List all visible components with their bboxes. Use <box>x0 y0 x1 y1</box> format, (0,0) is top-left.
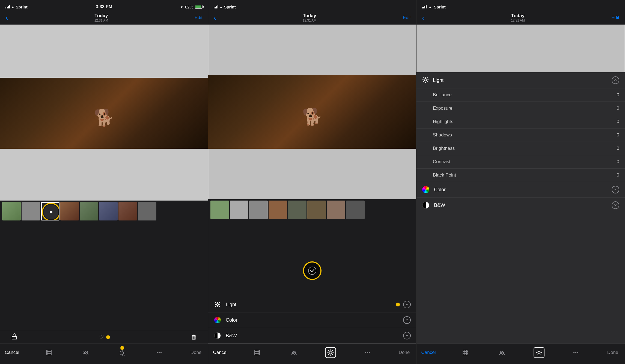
bottom-placeholder-1 <box>0 149 208 201</box>
adj-color-row-3[interactable]: Color <box>416 182 625 198</box>
svg-point-75 <box>577 352 578 353</box>
more-button-1[interactable] <box>153 347 166 359</box>
brilliance-value-3: 0 <box>617 92 619 98</box>
nav-title-main-3: Today <box>511 13 525 19</box>
light-chevron-2[interactable] <box>403 301 411 308</box>
svg-point-35 <box>294 351 296 353</box>
blackpoint-row-3[interactable]: Black Point 0 <box>416 169 625 182</box>
yellow-dot-adj-2 <box>396 303 400 306</box>
yellow-dot-1 <box>106 335 110 339</box>
svg-point-63 <box>502 351 504 353</box>
color-chevron-2[interactable] <box>403 316 411 324</box>
adj-color-row-2[interactable]: Color <box>208 312 416 328</box>
highlights-row-3[interactable]: Highlights 0 <box>416 115 625 129</box>
adjustments-button-1[interactable] <box>116 347 129 359</box>
sun-active-box-3 <box>534 347 544 358</box>
svg-line-55 <box>427 77 428 78</box>
done-button-3[interactable]: Done <box>606 347 619 359</box>
adjustments-active-button-3[interactable] <box>532 347 546 359</box>
trash-button-1[interactable]: 🗑 <box>191 334 197 341</box>
edit-button-3[interactable]: Edit <box>611 15 619 20</box>
exposure-row-3[interactable]: Exposure 0 <box>416 102 625 115</box>
adj-light-row-2[interactable]: Light <box>208 297 416 312</box>
brightness-value-3: 0 <box>617 146 619 151</box>
cancel-button-3[interactable]: Cancel <box>422 347 435 359</box>
thumb-5[interactable] <box>80 202 98 220</box>
thumb-8[interactable] <box>138 202 156 220</box>
carrier-2: Sprint <box>224 5 236 9</box>
svg-line-28 <box>215 306 216 307</box>
top-placeholder-1 <box>0 25 208 78</box>
light-up-chevron-3[interactable] <box>612 76 619 84</box>
nav-title-sub-3: 12:31 AM <box>511 19 525 22</box>
crop-button-1[interactable] <box>42 347 55 359</box>
color-icon-3 <box>422 186 430 193</box>
thumb-2[interactable] <box>22 202 40 220</box>
brightness-row-3[interactable]: Brightness 0 <box>416 142 625 155</box>
share-button-1[interactable] <box>11 333 17 341</box>
status-left-3: ▲ Sprint <box>422 5 446 9</box>
light-header-3[interactable]: Light <box>416 72 625 88</box>
adj-bw-row-3[interactable]: B&W <box>416 198 625 213</box>
svg-line-71 <box>540 350 541 351</box>
thumb-2-5[interactable] <box>288 201 306 219</box>
cancel-label-3: Cancel <box>421 350 436 355</box>
thumb-6[interactable] <box>99 202 118 220</box>
edit-button-2[interactable]: Edit <box>403 15 411 20</box>
svg-line-26 <box>219 306 220 307</box>
svg-point-74 <box>575 352 576 353</box>
done-label-3: Done <box>607 350 618 355</box>
brilliance-row-3[interactable]: Brilliance 0 <box>416 88 625 102</box>
thumb-2-2[interactable] <box>230 201 248 219</box>
more-button-2[interactable] <box>361 347 374 359</box>
bw-chevron-2[interactable] <box>403 332 411 339</box>
wifi-icon-1: ▲ <box>11 5 15 9</box>
thumb-2-7[interactable] <box>327 201 345 219</box>
crop-button-2[interactable] <box>251 347 264 359</box>
done-button-2[interactable]: Done <box>398 347 411 359</box>
thumb-4[interactable] <box>60 202 79 220</box>
back-button-2[interactable]: ‹ <box>214 13 216 22</box>
thumb-3-selected[interactable] <box>41 202 59 220</box>
svg-line-27 <box>219 302 220 303</box>
more-button-3[interactable] <box>569 347 582 359</box>
thumb-2-8[interactable] <box>346 201 365 219</box>
done-button-1[interactable]: Done <box>189 347 203 359</box>
contrast-row-3[interactable]: Contrast 0 <box>416 155 625 169</box>
sun-icon-2 <box>214 301 221 308</box>
shadows-row-3[interactable]: Shadows 0 <box>416 129 625 142</box>
svg-line-14 <box>124 351 125 352</box>
cancel-button-2[interactable]: Cancel <box>214 347 227 359</box>
contrast-label-3: Contrast <box>433 159 617 165</box>
nav-title-sub-2: 12:31 AM <box>303 19 317 22</box>
svg-line-25 <box>215 302 216 303</box>
thumb-2-6[interactable] <box>307 201 326 219</box>
edit-button-1[interactable]: Edit <box>195 15 203 20</box>
shadows-value-3: 0 <box>617 132 619 138</box>
thumb-7[interactable] <box>118 202 137 220</box>
thumb-2-1[interactable] <box>210 201 229 219</box>
color-chevron-3[interactable] <box>612 186 619 193</box>
brightness-label-3: Brightness <box>433 146 617 151</box>
people-button-3[interactable] <box>496 347 509 359</box>
light-label-2: Light <box>226 302 396 308</box>
back-button-1[interactable]: ‹ <box>5 13 8 22</box>
back-button-3[interactable]: ‹ <box>422 13 424 22</box>
heart-button-1[interactable]: ♡ <box>99 334 110 341</box>
people-button-2[interactable] <box>287 347 300 359</box>
check-circle-button[interactable] <box>303 261 322 280</box>
bw-chevron-3[interactable] <box>612 201 619 209</box>
crop-button-3[interactable] <box>459 347 472 359</box>
cancel-button-1[interactable]: Cancel <box>5 347 19 359</box>
bw-label-3: B&W <box>434 202 612 208</box>
thumb-2-3[interactable] <box>249 201 268 219</box>
nav-title-main-2: Today <box>303 13 317 19</box>
check-circle[interactable] <box>303 261 322 280</box>
thumb-1[interactable] <box>2 202 21 220</box>
people-button-1[interactable] <box>79 347 92 359</box>
adj-bw-row-2[interactable]: B&W <box>208 328 416 344</box>
adjustments-active-button-2[interactable] <box>324 347 337 359</box>
svg-point-45 <box>365 352 366 353</box>
thumb-2-4[interactable] <box>269 201 287 219</box>
svg-line-13 <box>124 355 125 356</box>
